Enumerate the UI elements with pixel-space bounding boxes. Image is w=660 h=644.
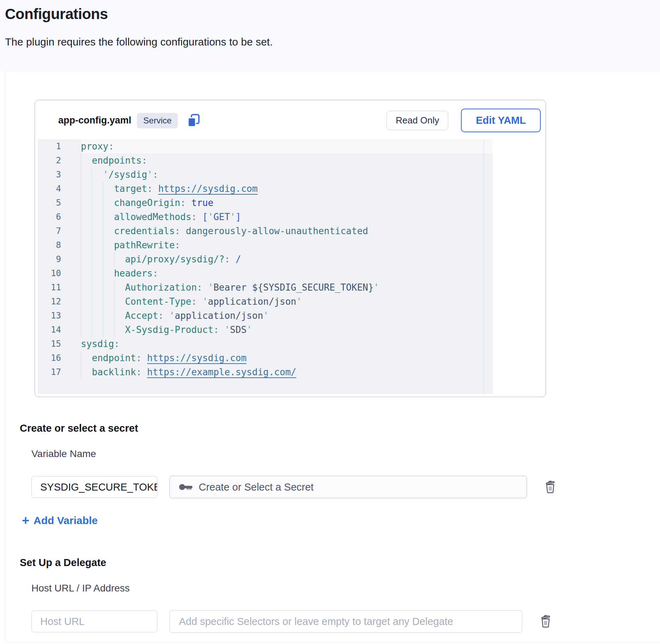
line-number: 9 [38, 252, 81, 266]
code-token: Accept [125, 310, 158, 321]
secret-select-field[interactable]: Create or Select a Secret [169, 476, 527, 498]
copy-icon[interactable] [187, 114, 200, 128]
indent-guide [103, 224, 114, 238]
yaml-editor: 1proxy:2 endpoints:3 '/sysdig':4 target:… [38, 139, 493, 394]
line-number: 13 [38, 309, 81, 323]
line-number: 15 [38, 337, 81, 351]
code-token: ' [202, 296, 208, 307]
indent-guide [103, 196, 114, 210]
code-token: dangerously-allow-unauthenticated [186, 226, 368, 236]
indent-guide [81, 365, 92, 379]
code-text: proxy: [81, 139, 493, 153]
code-token: ' [374, 282, 379, 293]
code-text: Accept: 'application/json' [81, 309, 493, 323]
editor-scrollbar[interactable] [484, 139, 484, 394]
code-token: : [175, 226, 186, 236]
key-icon [179, 483, 193, 491]
code-token: GET [214, 212, 230, 222]
code-text: allowedMethods: ['GET'] [81, 210, 493, 224]
code-line: 6 allowedMethods: ['GET'] [38, 210, 493, 224]
line-number: 1 [38, 139, 81, 153]
trash-icon[interactable] [538, 614, 553, 629]
line-number: 11 [38, 280, 81, 294]
secret-variable-row: Create or Select a Secret [31, 476, 660, 498]
delegate-selectors-input[interactable] [169, 610, 522, 633]
indent-guide [81, 309, 92, 323]
code-line: 14 X-Sysdig-Product: 'SDS' [38, 323, 493, 337]
code-link[interactable]: https://sysdig.com [147, 353, 247, 363]
code-token: SDS [230, 324, 247, 335]
line-number: 10 [38, 266, 81, 280]
code-token: ' [208, 212, 214, 222]
indent-guide [92, 323, 103, 337]
indent-guide [92, 266, 103, 280]
code-token: api/proxy/sysdig/? [125, 254, 224, 265]
code-line: 9 api/proxy/sysdig/?: / [38, 252, 493, 266]
secret-select-label: Create or Select a Secret [199, 481, 314, 493]
code-token: ] [235, 212, 241, 222]
code-token: : [224, 254, 235, 265]
code-link[interactable]: https://sysdig.com [158, 183, 258, 194]
code-token: ' [147, 169, 153, 180]
code-text: changeOrigin: true [81, 196, 493, 210]
code-token: / [235, 254, 241, 265]
code-token: /sysdig [108, 169, 147, 180]
indent-guide [103, 294, 114, 309]
code-text: '/sysdig': [81, 168, 493, 182]
code-token: headers [114, 268, 153, 279]
code-token: : [152, 169, 158, 180]
code-text: pathRewrite: [81, 238, 493, 252]
indent-guide [103, 182, 114, 196]
code-token: ' [224, 324, 230, 335]
line-number: 16 [38, 351, 81, 365]
code-token: : [114, 339, 120, 349]
indent-guide [81, 323, 92, 337]
code-token: proxy [81, 141, 108, 152]
indent-guide [81, 182, 92, 196]
code-token: ' [103, 169, 109, 180]
indent-guide [81, 280, 92, 294]
indent-guide [114, 309, 125, 323]
page-subtitle: The plugin requires the following config… [5, 36, 660, 48]
line-number: 7 [38, 224, 81, 238]
trash-icon[interactable] [542, 479, 558, 495]
variable-name-label: Variable Name [31, 448, 660, 460]
line-number: 14 [38, 323, 81, 337]
code-token: : [158, 310, 169, 321]
code-token: Content-Type [125, 296, 191, 307]
code-token: application/json [175, 310, 263, 321]
code-link[interactable]: https://example.sysdig.com/ [147, 367, 296, 377]
secret-section-heading: Create or select a secret [20, 423, 660, 434]
indent-guide [114, 280, 125, 294]
indent-guide [81, 168, 92, 182]
indent-guide [114, 252, 125, 266]
indent-guide [103, 238, 114, 252]
code-line: 3 '/sysdig': [38, 168, 493, 182]
add-variable-button-secret[interactable]: + Add Variable [22, 515, 98, 527]
indent-guide [92, 294, 103, 309]
line-number: 5 [38, 196, 81, 210]
code-text: sysdig: [81, 337, 493, 351]
code-lines: 1proxy:2 endpoints:3 '/sysdig':4 target:… [38, 139, 493, 379]
indent-guide [81, 294, 92, 309]
host-url-input[interactable] [31, 610, 157, 632]
indent-guide [81, 224, 92, 238]
indent-guide [92, 309, 103, 323]
code-token: backlink [92, 367, 136, 377]
indent-guide [92, 168, 103, 182]
code-token: Bearer ${SYSDIG_SECURE_TOKEN} [214, 282, 374, 293]
code-token: Authorization [125, 282, 197, 293]
code-token: endpoints [92, 155, 142, 166]
read-only-badge[interactable]: Read Only [386, 111, 448, 130]
variable-name-input[interactable] [31, 476, 157, 498]
yaml-card: app-config.yaml Service Read Only Edit Y… [35, 100, 546, 397]
indent-guide [92, 252, 103, 266]
indent-guide [92, 210, 103, 224]
edit-yaml-button[interactable]: Edit YAML [461, 109, 541, 132]
code-token: : [147, 183, 158, 194]
indent-guide [103, 323, 114, 337]
code-token: ' [296, 296, 302, 307]
code-line: 7 credentials: dangerously-allow-unauthe… [38, 224, 493, 238]
code-line: 8 pathRewrite: [38, 238, 493, 252]
code-token: : [214, 324, 224, 335]
